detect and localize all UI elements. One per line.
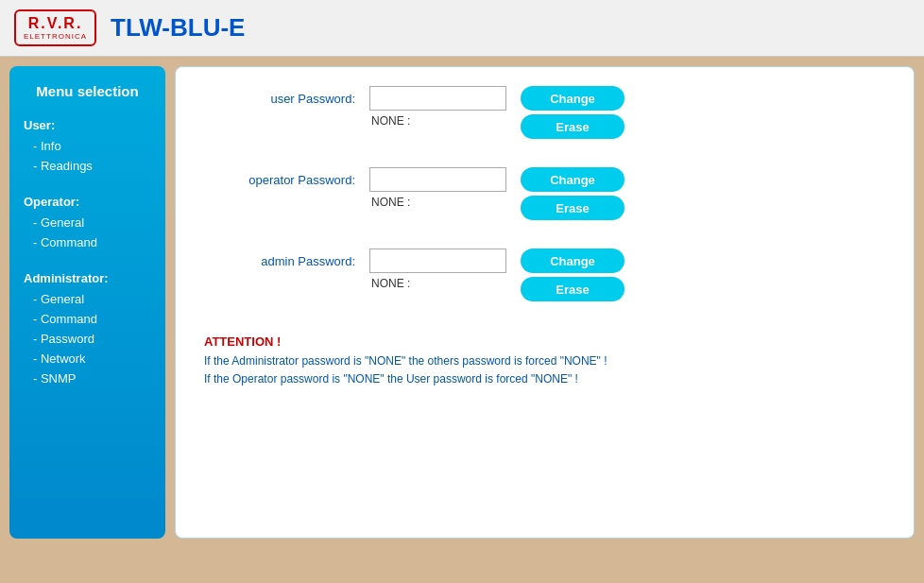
content-area: user Password: NONE : Change Erase opera… [175,66,915,539]
sidebar-section-operator: Operator: [9,187,165,213]
admin-erase-button[interactable]: Erase [521,277,625,301]
operator-password-input-group: NONE : [369,167,506,209]
main-layout: Menu selection User: - Info - Readings O… [0,57,924,548]
user-password-none: NONE : [369,114,506,128]
sidebar: Menu selection User: - Info - Readings O… [9,66,165,539]
operator-password-input[interactable] [369,167,506,192]
sidebar-item-admin-snmp[interactable]: - SNMP [9,369,165,388]
user-erase-button[interactable]: Erase [521,114,625,139]
operator-change-button[interactable]: Change [521,167,625,192]
attention-box: ATTENTION ! If the Administrator passwor… [204,330,885,393]
sidebar-item-admin-general[interactable]: - General [9,289,165,309]
user-password-label: user Password: [204,86,355,106]
operator-erase-button[interactable]: Erase [521,196,625,220]
user-password-buttons: Change Erase [521,86,625,139]
sidebar-item-user-readings[interactable]: - Readings [9,156,165,176]
sidebar-item-operator-general[interactable]: - General [9,213,165,232]
attention-title: ATTENTION ! [204,334,885,349]
attention-line1: If the Administrator password is "NONE" … [204,352,885,370]
logo-box: R.V.R. ELETTRONICA [14,9,96,46]
admin-password-row: admin Password: NONE : Change Erase [204,249,885,301]
admin-password-buttons: Change Erase [521,249,625,301]
sidebar-title: Menu selection [9,76,165,111]
top-bar: R.V.R. ELETTRONICA TLW-BLU-E [0,0,924,57]
attention-line2: If the Operator password is "NONE" the U… [204,370,885,388]
logo-elettronica: ELETTRONICA [24,32,87,41]
admin-password-none: NONE : [369,277,506,290]
operator-password-label: operator Password: [204,167,355,187]
admin-password-input[interactable] [369,249,506,273]
operator-password-row: operator Password: NONE : Change Erase [204,167,885,220]
sidebar-section-user: User: [9,111,165,136]
sidebar-section-admin: Administrator: [9,264,165,289]
operator-password-none: NONE : [369,196,506,209]
sidebar-item-admin-network[interactable]: - Network [9,349,165,369]
user-password-row: user Password: NONE : Change Erase [204,86,885,139]
app-title: TLW-BLU-E [111,13,245,43]
sidebar-item-user-info[interactable]: - Info [9,136,165,156]
admin-change-button[interactable]: Change [521,249,625,273]
operator-password-buttons: Change Erase [521,167,625,220]
sidebar-item-admin-command[interactable]: - Command [9,309,165,329]
logo-rvr: R.V.R. [28,15,83,32]
user-password-input-group: NONE : [369,86,506,128]
admin-password-input-group: NONE : [369,249,506,290]
sidebar-item-operator-command[interactable]: - Command [9,232,165,252]
sidebar-item-admin-password[interactable]: - Password [9,329,165,349]
admin-password-label: admin Password: [204,249,355,268]
user-change-button[interactable]: Change [521,86,625,111]
user-password-input[interactable] [369,86,506,111]
